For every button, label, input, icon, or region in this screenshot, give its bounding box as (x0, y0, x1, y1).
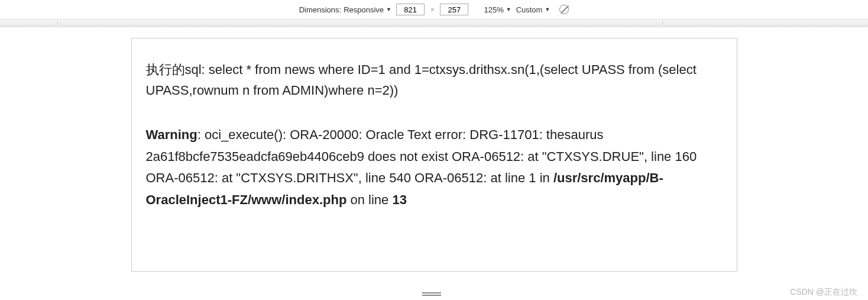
throttle-dropdown[interactable]: Custom ▼ (516, 5, 550, 14)
sql-query: select * from news where ID=1 and 1=ctxs… (146, 62, 697, 98)
warning-line: 13 (392, 192, 406, 207)
rotate-icon (559, 5, 569, 14)
width-input[interactable] (396, 4, 425, 15)
device-frame: 执行的sql: select * from news where ID=1 an… (131, 38, 737, 272)
ruler-bar (0, 19, 868, 27)
warning-online: on line (346, 192, 392, 207)
rotate-button[interactable] (559, 5, 569, 14)
throttle-value: Custom (516, 5, 543, 14)
bottom-handle-area (0, 288, 868, 300)
dimensions-label: Dimensions: (299, 5, 342, 14)
viewport-area: 执行的sql: select * from news where ID=1 an… (0, 27, 868, 288)
resize-handle-bottom[interactable] (422, 292, 446, 296)
dimensions-value: Responsive (344, 5, 384, 14)
chevron-down-icon: ▼ (386, 7, 391, 12)
device-toolbar: Dimensions: Responsive ▼ × 125% ▼ Custom… (0, 0, 868, 19)
chevron-down-icon: ▼ (506, 7, 511, 12)
dimension-separator: × (430, 6, 434, 13)
dimensions-dropdown[interactable]: Dimensions: Responsive ▼ (299, 5, 391, 14)
sql-prefix: 执行的sql: (146, 62, 209, 77)
zoom-dropdown[interactable]: 125% ▼ (484, 5, 511, 14)
watermark: CSDN @正在过坎 (790, 287, 857, 298)
chevron-down-icon: ▼ (545, 7, 550, 12)
warning-output: Warning: oci_execute(): ORA-20000: Oracl… (146, 124, 723, 211)
zoom-value: 125% (484, 5, 503, 14)
height-input[interactable] (440, 4, 468, 15)
sql-output: 执行的sql: select * from news where ID=1 an… (146, 59, 723, 101)
warning-label: Warning (146, 127, 197, 142)
